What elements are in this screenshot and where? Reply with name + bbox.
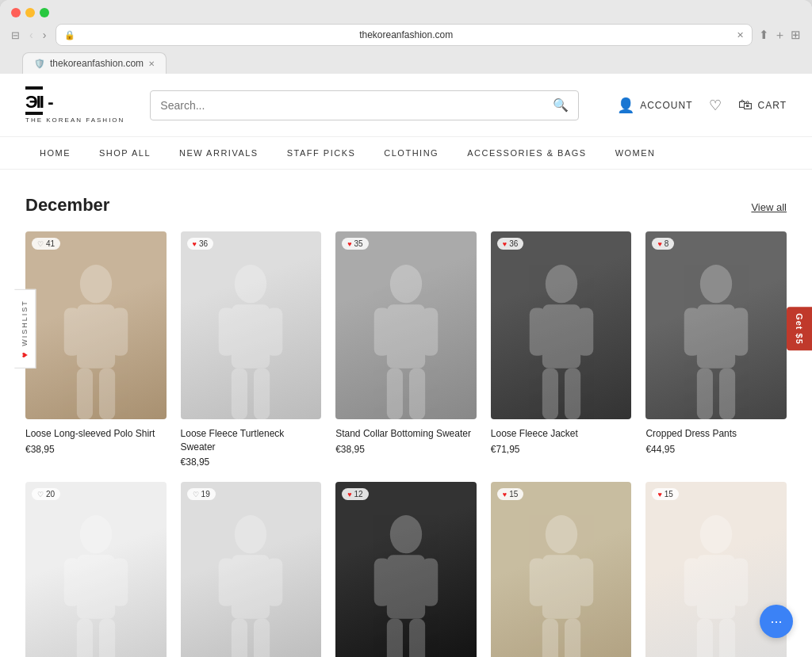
grid-icon[interactable]: ⊞ — [791, 28, 801, 43]
svg-rect-31 — [77, 555, 115, 619]
product-card[interactable]: ♥ 35 Stand Collar Bottoming Sweater €38,… — [335, 231, 477, 468]
product-image: ♡ 19 — [181, 482, 322, 657]
back-button[interactable]: ‹ — [26, 27, 36, 43]
product-likes-count: 15 — [665, 490, 673, 498]
svg-rect-29 — [719, 368, 735, 418]
svg-rect-56 — [684, 558, 700, 605]
product-image: ♥ 15 — [491, 482, 632, 657]
nav-shop-all[interactable]: SHOP ALL — [85, 137, 165, 169]
product-likes-count: 8 — [665, 239, 669, 248]
nav-staff-picks[interactable]: STAFF PICKS — [273, 137, 370, 169]
logo-area[interactable]: ЭII - The Korean Fashion — [25, 86, 124, 124]
product-likes-badge: ♥ 12 — [342, 488, 368, 500]
product-card[interactable]: ♥ 15 — [491, 482, 632, 657]
wishlist-tab[interactable]: ♥ WISHLIST — [14, 289, 36, 369]
svg-rect-57 — [732, 558, 748, 605]
wishlist-button[interactable]: ♡ — [709, 97, 722, 114]
product-card[interactable]: ♡ 20 — [25, 482, 167, 657]
section-header: December View all — [25, 195, 787, 216]
product-likes-count: 19 — [201, 490, 210, 498]
svg-rect-20 — [529, 307, 545, 355]
product-likes-count: 41 — [46, 239, 55, 248]
tab-bar: 🛡️ thekoreanfashion.com ✕ — [11, 52, 801, 74]
svg-rect-28 — [697, 368, 713, 418]
product-card[interactable]: ♡ 41 Loose Long-sleeved Polo Shirt €38,9… — [25, 231, 167, 468]
svg-rect-55 — [697, 555, 735, 619]
product-image: ♥ 35 — [335, 231, 477, 419]
wishlist-label: WISHLIST — [21, 300, 29, 346]
product-name: Loose Fleece Jacket — [491, 427, 632, 441]
svg-rect-17 — [409, 368, 425, 418]
tab-close-icon[interactable]: ✕ — [148, 59, 155, 68]
svg-rect-19 — [542, 304, 580, 369]
badge-heart-icon: ♥ — [657, 240, 661, 248]
product-likes-badge: ♡ 19 — [187, 488, 216, 500]
nav-home[interactable]: HOME — [25, 137, 85, 169]
product-price: €38,95 — [181, 456, 322, 468]
svg-point-48 — [545, 515, 576, 553]
svg-rect-32 — [64, 558, 80, 605]
nav-women[interactable]: WOMEN — [601, 137, 670, 169]
badge-heart-icon: ♡ — [37, 240, 44, 248]
security-icon: 🔒 — [64, 30, 75, 40]
cart-button[interactable]: 🛍 CART — [738, 97, 787, 113]
share-icon[interactable]: ⬆ — [759, 28, 769, 43]
product-card[interactable]: ♥ 36 Loose Fleece Turtleneck Sweater €38… — [181, 231, 322, 468]
search-icon[interactable]: 🔍 — [553, 97, 569, 113]
maximize-button[interactable] — [40, 8, 49, 17]
svg-rect-41 — [254, 619, 270, 657]
svg-rect-1 — [77, 304, 115, 369]
product-price: €38,95 — [25, 444, 167, 455]
svg-rect-15 — [422, 307, 438, 355]
new-tab-icon[interactable]: ＋ — [774, 28, 786, 43]
get5-button[interactable]: Get $5 — [787, 307, 812, 351]
svg-rect-10 — [232, 368, 247, 418]
logo-mark: ЭII - — [25, 86, 52, 115]
product-card[interactable]: ♥ 12 — [335, 482, 477, 657]
cart-icon: 🛍 — [738, 97, 753, 113]
svg-rect-13 — [387, 304, 425, 369]
svg-rect-59 — [719, 619, 735, 657]
minimize-button[interactable] — [25, 8, 35, 17]
badge-heart-icon: ♥ — [347, 240, 351, 248]
chat-icon: ··· — [770, 613, 782, 630]
products-grid: ♡ 41 Loose Long-sleeved Polo Shirt €38,9… — [25, 231, 787, 657]
search-bar[interactable]: 🔍 — [150, 90, 579, 120]
svg-rect-51 — [577, 558, 593, 605]
url-text: thekoreanfashion.com — [80, 29, 732, 40]
header-actions: 👤 ACCOUNT ♡ 🛍 CART — [617, 97, 787, 114]
forward-button[interactable]: › — [40, 27, 50, 43]
product-likes-count: 36 — [199, 239, 208, 248]
product-card[interactable]: ♡ 19 — [181, 482, 322, 657]
product-card[interactable]: ♥ 36 Loose Fleece Jacket €71,95 — [491, 231, 632, 468]
product-likes-badge: ♥ 15 — [497, 488, 523, 500]
address-bar[interactable]: 🔒 thekoreanfashion.com ✕ — [56, 24, 753, 46]
nav-accessories-bags[interactable]: ACCESSORIES & BAGS — [453, 137, 600, 169]
svg-rect-2 — [64, 307, 80, 355]
svg-rect-43 — [387, 555, 425, 619]
product-card[interactable]: ♥ 8 Cropped Dress Pants €44,95 — [645, 231, 787, 468]
sidebar-toggle-icon[interactable]: ⊟ — [11, 29, 20, 41]
nav-new-arrivals[interactable]: NEW ARRIVALS — [165, 137, 273, 169]
svg-rect-23 — [565, 368, 580, 418]
account-button[interactable]: 👤 ACCOUNT — [617, 97, 692, 114]
heart-icon: ♡ — [709, 97, 722, 114]
product-likes-count: 12 — [354, 490, 363, 498]
svg-rect-50 — [529, 558, 545, 605]
view-all-link[interactable]: View all — [751, 201, 787, 213]
section-title: December — [25, 195, 109, 216]
chat-button[interactable]: ··· — [760, 605, 793, 638]
nav-buttons: ⊟ ‹ › — [11, 27, 49, 43]
browser-actions: ⬆ ＋ ⊞ — [759, 28, 801, 43]
svg-rect-3 — [112, 307, 128, 355]
badge-heart-icon: ♡ — [193, 491, 199, 498]
close-button[interactable] — [11, 8, 21, 17]
search-input[interactable] — [160, 99, 546, 112]
svg-rect-21 — [577, 307, 593, 355]
svg-point-0 — [80, 265, 112, 303]
product-likes-badge: ♥ 35 — [342, 238, 368, 250]
nav-clothing[interactable]: CLOTHING — [370, 137, 453, 169]
svg-rect-25 — [697, 304, 735, 369]
active-tab[interactable]: 🛡️ thekoreanfashion.com ✕ — [22, 52, 167, 74]
close-tab-icon[interactable]: ✕ — [737, 30, 744, 40]
